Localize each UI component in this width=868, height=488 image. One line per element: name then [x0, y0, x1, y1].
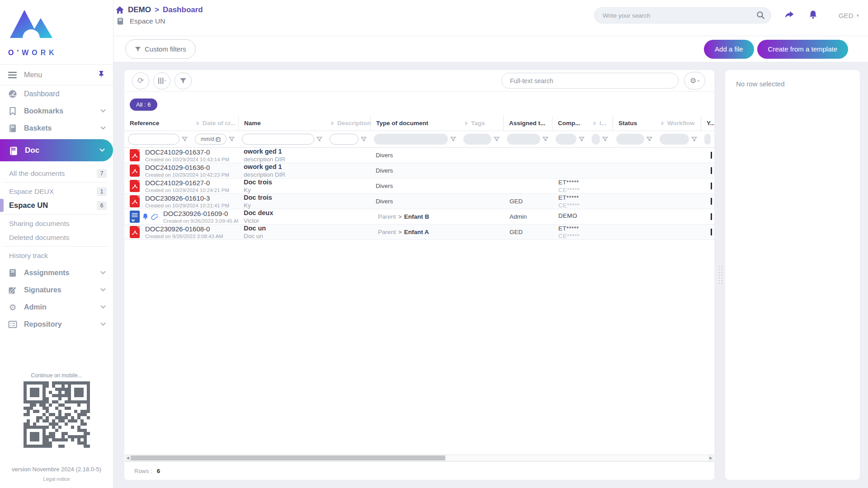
bell-icon [808, 10, 818, 20]
table-settings-button[interactable]: ⚙ ▾ [684, 72, 705, 89]
document-name: Doc un [244, 225, 266, 232]
document-reference: DOC241029-01627-0 [145, 179, 229, 187]
sidebar-item-dashboard[interactable]: Dashboard [0, 85, 113, 103]
filter-type-input[interactable] [374, 134, 448, 145]
column-header-description[interactable]: Description [326, 116, 370, 131]
funnel-outline-icon[interactable] [450, 136, 456, 142]
funnel-outline-icon[interactable] [182, 136, 188, 142]
all-filter-chip[interactable]: All : 6 [130, 99, 157, 111]
pdf-file-icon [130, 149, 140, 161]
detail-panel: No row selected [725, 70, 860, 480]
sidebar-item-espace-un[interactable]: Espace UN 6 [0, 198, 113, 212]
document-reference: DOC230926-01609-0 [163, 210, 238, 217]
sidebar-item-bookmarks[interactable]: Bookmarks [0, 103, 113, 120]
legal-notice-link[interactable]: Legal notice [0, 476, 113, 482]
sidebar-item-doc-active[interactable]: Doc [0, 139, 113, 161]
funnel-outline-icon[interactable] [646, 136, 652, 142]
sidebar-item-espace-deux[interactable]: Espace DEUX 1 [0, 184, 113, 198]
sidebar-item-deleted-documents[interactable]: Deleted documents [0, 230, 113, 244]
pin-icon[interactable] [98, 71, 105, 79]
home-icon[interactable] [115, 6, 124, 14]
table-row[interactable]: DOC230926-01610-3Created on 10/29/2024 1… [124, 194, 714, 209]
filter-status-input[interactable] [616, 134, 644, 145]
document-subtitle: Doc un [244, 233, 266, 239]
table-row[interactable]: DOC241029-01627-0Created on 10/29/2024 1… [124, 178, 714, 194]
breadcrumb-root[interactable]: DEMO [128, 5, 151, 14]
column-header-name[interactable]: Name [238, 116, 326, 131]
column-header-date[interactable]: Date of cr... [191, 116, 238, 131]
search-icon[interactable] [756, 11, 765, 19]
column-header-workflow[interactable]: Workflow [656, 116, 701, 131]
table-row[interactable]: DOC241029-01636-0Created on 10/29/2024 1… [124, 163, 714, 178]
scroll-left-arrow[interactable]: ◀ [125, 455, 131, 461]
sidebar-item-admin[interactable]: ⚙ Admin [0, 299, 113, 316]
funnel-outline-icon[interactable] [316, 136, 322, 142]
sidebar-item-sharing-documents[interactable]: Sharing documents [0, 216, 113, 230]
filter-reference-input[interactable] [128, 134, 179, 145]
notifications-button[interactable] [807, 9, 819, 22]
funnel-outline-icon[interactable] [229, 136, 235, 142]
fulltext-search-input[interactable] [501, 73, 679, 89]
horizontal-scrollbar[interactable]: ◀ ▶ [125, 455, 714, 461]
breadcrumb-current[interactable]: Dashboard [163, 5, 203, 14]
columns-button[interactable] [153, 72, 170, 89]
filter-name-input[interactable] [242, 134, 314, 145]
scrollbar-thumb[interactable] [131, 455, 445, 460]
filter-date-input[interactable]: mm/d [195, 134, 226, 145]
filter-button[interactable] [175, 72, 192, 89]
column-header-i[interactable]: I... [588, 116, 613, 131]
pdf-file-icon [130, 195, 140, 207]
funnel-icon [179, 78, 187, 84]
filter-assigned-input[interactable] [507, 134, 540, 145]
column-header-assigned[interactable]: Assigned t... [503, 116, 552, 131]
table-row[interactable]: DOC230926-01609-0Created on 9/26/2023 3:… [124, 209, 714, 225]
column-header-tags[interactable]: Tags [460, 116, 503, 131]
funnel-outline-icon[interactable] [602, 136, 608, 142]
funnel-outline-icon[interactable] [494, 136, 500, 142]
share-button[interactable] [783, 9, 796, 22]
sidebar-item-baskets[interactable]: Baskets [0, 120, 113, 137]
pdf-file-icon [130, 164, 140, 177]
assigned-cell: GED [503, 225, 552, 239]
column-header-type[interactable]: Type of document [370, 116, 460, 131]
chevron-down-icon [100, 286, 105, 291]
column-header-company[interactable]: Comp... [552, 116, 588, 131]
word-file-icon [130, 211, 140, 223]
assigned-cell: GED [503, 194, 552, 209]
column-header-reference[interactable]: Reference [124, 116, 191, 131]
table-row[interactable]: DOC230926-01608-0Created on 9/26/2023 3:… [124, 225, 714, 240]
filter-tags-input[interactable] [463, 134, 491, 145]
column-header-status[interactable]: Status [613, 116, 656, 131]
filter-y-input[interactable] [704, 134, 711, 145]
hamburger-icon[interactable] [8, 72, 17, 78]
user-menu[interactable]: GED ▾ [839, 12, 859, 19]
menu-label: Menu [24, 71, 98, 79]
global-search-input[interactable] [594, 7, 771, 23]
sidebar-item-repository[interactable]: Repository [0, 316, 113, 333]
custom-filters-button[interactable]: Custom filters [125, 39, 196, 59]
mountain-logo-icon [7, 6, 54, 47]
sidebar-item-history-track[interactable]: History track [0, 249, 113, 263]
add-file-button[interactable]: Add a file [704, 40, 754, 59]
table-row[interactable]: DOC241029-01637-0Created on 10/29/2024 1… [124, 148, 714, 163]
column-header-y[interactable]: Y... [701, 116, 714, 131]
filter-description-input[interactable] [330, 134, 359, 145]
funnel-outline-icon[interactable] [361, 136, 367, 142]
refresh-button[interactable]: ⟳ [132, 72, 149, 89]
funnel-outline-icon[interactable] [579, 136, 585, 142]
sidebar-item-all-documents[interactable]: All the documents 7 [0, 166, 113, 180]
filter-company-input[interactable] [556, 134, 576, 145]
create-from-template-button[interactable]: Create from a template [757, 40, 848, 59]
funnel-outline-icon[interactable] [691, 136, 697, 142]
sidebar-item-signatures[interactable]: Signatures [0, 282, 113, 299]
pdf-file-icon [130, 226, 140, 238]
sidebar-nav: Dashboard Bookmarks Baskets Doc All [0, 85, 113, 333]
filter-workflow-input[interactable] [660, 134, 689, 145]
scroll-right-arrow[interactable]: ▶ [708, 455, 714, 461]
funnel-outline-icon[interactable] [542, 136, 548, 142]
filter-i-input[interactable] [592, 134, 600, 145]
panel-resize-handle[interactable] [718, 266, 723, 285]
sidebar-item-assignments[interactable]: Assignments [0, 264, 113, 282]
global-search [594, 7, 771, 23]
sidebar-footer: Continue on mobile... version Novembre 2… [0, 372, 113, 488]
